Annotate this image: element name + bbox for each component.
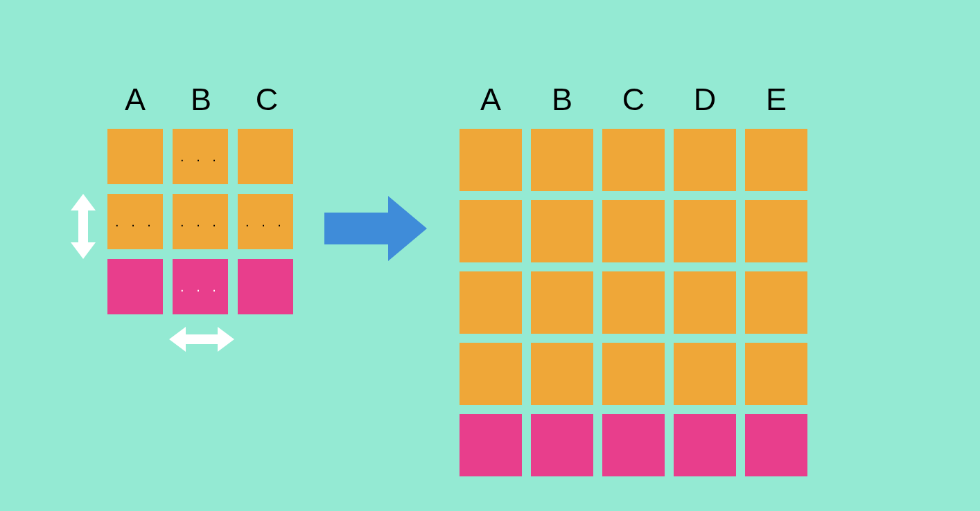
ellipsis-icon: . . .: [180, 215, 220, 228]
grid-cell: [602, 200, 665, 262]
grid-cell: . . .: [107, 194, 163, 249]
transform-arrow-icon: [324, 196, 427, 261]
grid-cell: [531, 343, 593, 405]
grid-cell: [460, 343, 522, 405]
grid-cell: [602, 129, 665, 191]
ellipsis-icon: . . .: [245, 215, 286, 228]
grid-cell: [460, 129, 522, 191]
grid-cell: [602, 343, 665, 405]
svg-marker-1: [169, 327, 234, 352]
grid-cell: [674, 343, 736, 405]
grid-cell: [745, 129, 807, 191]
grid-cell: [745, 343, 807, 405]
ellipsis-icon: . . .: [180, 150, 220, 163]
grid-cell: [602, 414, 665, 476]
grid-cell: [107, 259, 163, 314]
grid-cell: [460, 200, 522, 262]
grid-cell: [238, 259, 293, 314]
grid-cell: [674, 414, 736, 476]
grid-cell: . . .: [173, 259, 228, 314]
grid-cell: [745, 414, 807, 476]
grid-cell: [531, 200, 593, 262]
right-col-label: A: [460, 82, 522, 118]
svg-marker-2: [324, 196, 427, 261]
right-col-label: B: [531, 82, 593, 118]
right-grid: [460, 129, 807, 476]
grid-cell: [531, 414, 593, 476]
grid-cell: [674, 271, 736, 334]
left-col-label: A: [107, 82, 163, 118]
grid-cell: [602, 271, 665, 334]
grid-cell: . . .: [173, 129, 228, 184]
expand-vertical-icon: [69, 194, 97, 259]
right-col-label: D: [674, 82, 736, 118]
grid-cell: [745, 200, 807, 262]
ellipsis-icon: . . .: [180, 280, 220, 294]
left-col-label: C: [239, 82, 295, 118]
ellipsis-icon: . . .: [115, 215, 155, 228]
left-column-labels: A B C: [107, 82, 295, 118]
left-col-label: B: [173, 82, 229, 118]
right-col-label: C: [602, 82, 665, 118]
grid-cell: [674, 200, 736, 262]
expand-horizontal-icon: [169, 325, 234, 353]
grid-cell: [107, 129, 163, 184]
grid-cell: [238, 129, 293, 184]
svg-marker-0: [71, 194, 96, 259]
grid-cell: [674, 129, 736, 191]
grid-cell: [460, 271, 522, 334]
right-col-label: E: [745, 82, 807, 118]
left-grid: . . . . . . . . . . . . . . .: [107, 129, 293, 314]
grid-cell: . . .: [173, 194, 228, 249]
grid-cell: [531, 271, 593, 334]
grid-cell: . . .: [238, 194, 293, 249]
right-column-labels: A B C D E: [460, 82, 807, 118]
diagram-canvas: A B C . . . . . . . . . . . . . . . A B …: [0, 0, 980, 511]
grid-cell: [460, 414, 522, 476]
grid-cell: [745, 271, 807, 334]
grid-cell: [531, 129, 593, 191]
